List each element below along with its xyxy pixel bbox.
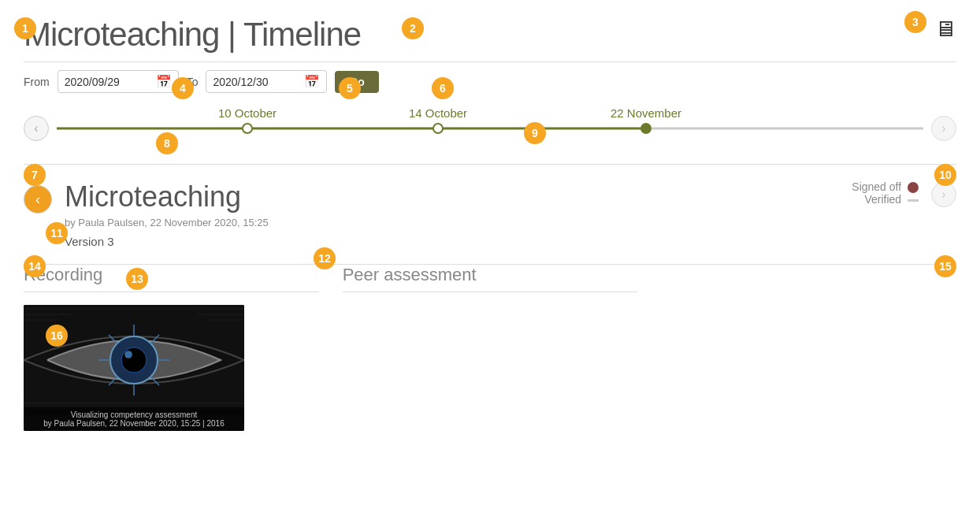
- signed-off-dot: [908, 182, 919, 193]
- peer-assessment-title: Peer assessment: [343, 265, 638, 292]
- page-title: Microteaching | Timeline: [24, 16, 361, 54]
- version-section: ‹ Microteaching by Paula Paulsen, 22 Nov…: [0, 165, 980, 264]
- badge-6: 6: [432, 77, 454, 99]
- monitor-section: 🖥: [934, 16, 956, 42]
- peer-assessment-column: Peer assessment: [343, 265, 638, 431]
- badge-5: 5: [339, 77, 361, 99]
- chevron-left-icon-version: ‹: [35, 191, 40, 208]
- third-column: [661, 265, 956, 431]
- badge-10: 10: [934, 164, 956, 186]
- version-header-row: ‹ Microteaching by Paula Paulsen, 22 Nov…: [24, 180, 956, 248]
- timeline-label-2: 14 October: [409, 106, 467, 120]
- badge-8: 8: [156, 132, 178, 154]
- timeline-dot-1: [242, 123, 253, 134]
- timeline-point-1[interactable]: 10 October: [242, 123, 253, 134]
- badge-11: 11: [46, 222, 68, 244]
- to-calendar-icon[interactable]: 📅: [304, 74, 320, 89]
- timeline-prev-button[interactable]: ‹: [24, 116, 49, 141]
- recording-column: Recording: [24, 265, 319, 431]
- recording-thumbnail[interactable]: Visualizing competency assessment by Pau…: [24, 305, 244, 431]
- timeline-section: ‹ 10 October 14 October: [0, 101, 980, 164]
- timeline-dot-2: [432, 123, 444, 134]
- badge-9: 9: [524, 122, 546, 144]
- monitor-icon[interactable]: 🖥: [934, 16, 956, 42]
- caption-line2: by Paula Paulsen, 22 November 2020, 15:2…: [28, 419, 239, 428]
- version-prev-button[interactable]: ‹: [24, 185, 52, 214]
- timeline-label-1: 10 October: [218, 106, 277, 120]
- from-label: From: [24, 76, 50, 88]
- chevron-right-icon-version: ›: [941, 188, 945, 202]
- badge-16: 16: [46, 325, 68, 347]
- eye-graphic: [24, 305, 244, 415]
- badge-3: 3: [904, 11, 926, 33]
- version-meta: by Paula Paulsen, 22 November 2020, 15:2…: [65, 217, 269, 228]
- version-info: Microteaching by Paula Paulsen, 22 Novem…: [65, 180, 269, 248]
- version-number: Version 3: [65, 235, 269, 248]
- version-title: Microteaching: [65, 180, 269, 214]
- badge-13: 13: [126, 268, 148, 290]
- signed-off-row: Signed off: [852, 180, 919, 193]
- caption-line1: Visualizing competency assessment: [28, 410, 239, 419]
- badge-12: 12: [314, 247, 336, 269]
- from-calendar-icon[interactable]: 📅: [156, 74, 172, 89]
- timeline-point-3[interactable]: 22 November: [640, 123, 651, 134]
- content-area: Recording: [0, 265, 980, 447]
- badge-4: 4: [172, 77, 194, 99]
- svg-point-3: [124, 351, 132, 358]
- from-date-input[interactable]: [65, 76, 151, 88]
- badge-2: 2: [402, 17, 424, 39]
- chevron-left-icon: ‹: [34, 121, 38, 136]
- recording-caption: Visualizing competency assessment by Pau…: [24, 407, 244, 431]
- from-date-wrap: 📅: [58, 70, 179, 93]
- recording-title: Recording: [24, 265, 319, 292]
- badge-15: 15: [934, 255, 956, 277]
- verified-row: Verified: [852, 193, 919, 206]
- badge-7: 7: [24, 164, 46, 186]
- signed-off-label: Signed off: [852, 180, 901, 193]
- timeline-dot-3: [640, 123, 651, 134]
- timeline-label-3: 22 November: [611, 106, 681, 120]
- chevron-right-icon: ›: [941, 121, 945, 136]
- date-filter: From 📅 To 📅 Go: [0, 62, 980, 101]
- to-date-wrap: 📅: [206, 70, 327, 93]
- header: Microteaching | Timeline 🖥: [0, 0, 980, 61]
- to-date-input[interactable]: [213, 76, 299, 88]
- verified-label: Verified: [864, 193, 901, 206]
- version-status: Signed off Verified: [852, 180, 919, 206]
- timeline-points-area: 10 October 14 October 22 November: [57, 109, 923, 148]
- timeline-point-2[interactable]: 14 October: [432, 123, 444, 134]
- verified-dash: [908, 199, 919, 202]
- timeline-next-button[interactable]: ›: [931, 116, 956, 141]
- badge-14: 14: [24, 255, 46, 277]
- svg-point-2: [121, 347, 147, 373]
- badge-1: 1: [14, 17, 36, 39]
